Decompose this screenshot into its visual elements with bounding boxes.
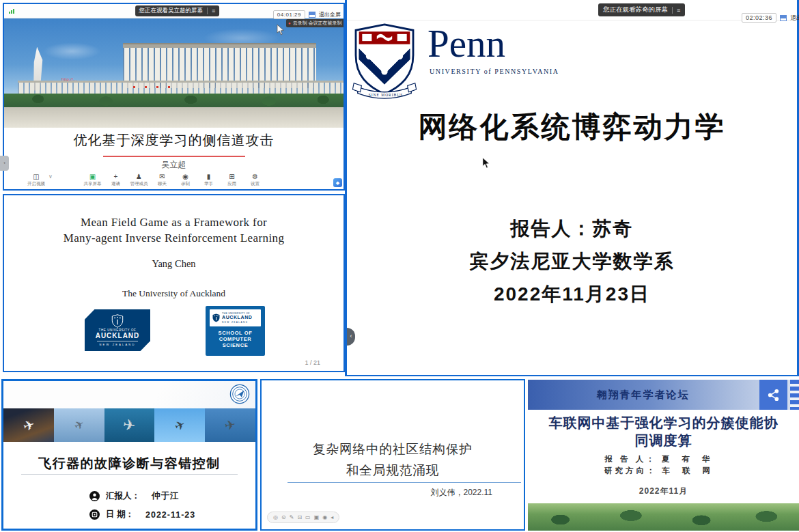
slide-title-line2: 和全局规范涌现 [262, 462, 524, 479]
chat-icon: ✉ [159, 173, 165, 180]
transport-photo: ✈ [205, 408, 255, 442]
expand-icon[interactable]: ⊡ [297, 515, 302, 520]
collapsed-sidebar-handle[interactable]: ‹ [0, 156, 9, 171]
meeting-timer: 02:02:36 [742, 13, 776, 23]
toolbar-members-button[interactable]: ♟ 管理成员 [128, 173, 151, 187]
watching-banner-text: 您正在观看苏奇的屏幕 [603, 5, 668, 14]
mouse-cursor-black [482, 157, 491, 169]
exit-fullscreen-icon[interactable] [309, 12, 316, 18]
banner-menu-icon[interactable]: ≡ [207, 8, 215, 14]
exit-fullscreen-button[interactable]: 退出全屏 [790, 14, 799, 23]
slide-title: 优化基于深度学习的侧信道攻击 [4, 131, 344, 150]
flag-row [133, 86, 170, 88]
auckland-crest-small-icon [212, 313, 220, 322]
title-underline [21, 474, 238, 475]
pen-icon[interactable]: ✎ [290, 515, 294, 520]
main-stage-suqi: 您正在观看苏奇的屏幕 ≡ 02:02:36 退出全屏 SINE MORIBUS … [345, 0, 799, 376]
toolbar-chat-button[interactable]: ✉ 聊天 [151, 173, 174, 187]
penn-wordmark: Penn [427, 23, 505, 64]
slide-window-network: 复杂网络中的社区结构保护 和全局规范涌现 刘义伟，2022.11 ◎ ⊙ ✎ ⊡… [260, 379, 525, 531]
slides-view-icon[interactable]: ▭ [305, 515, 311, 520]
share-screen-icon: ▣ [89, 173, 96, 180]
stage-panel-handle[interactable]: ‹ [347, 328, 355, 346]
forum-title: 翱翔青年学者论坛 [528, 380, 758, 410]
slide-affiliation: The University of Auckland [4, 288, 344, 299]
laser-pointer-icon[interactable]: ◎ [273, 515, 278, 520]
floating-app-icon[interactable]: ◆ [333, 178, 342, 187]
watching-banner: 您正在观看苏奇的屏幕 ≡ [598, 3, 685, 16]
presenter-row: 报 告 人： 夏有华 [528, 454, 799, 464]
banner-menu-icon[interactable]: ≡ [672, 7, 680, 14]
members-icon: ♟ [136, 173, 142, 180]
slide-byline: 刘义伟，2022.11 [431, 487, 493, 499]
stage-affiliation: 宾夕法尼亚大学数学系 [347, 249, 797, 275]
stage-presenter: 报告人：苏奇 [347, 216, 797, 242]
presenter-row: 汇报人： 仲于江 [89, 490, 180, 502]
record-icon: ◉ [182, 173, 188, 180]
settings-gear-icon: ⚙ [252, 173, 258, 180]
watching-banner: 您正在观看吴立超的屏幕 ≡ [135, 5, 220, 16]
meeting-grid: 您正在观看吴立超的屏幕 ≡ 04:01:29 退出全屏 http://… ● 云… [0, 0, 799, 532]
university-emblem-icon [229, 384, 250, 404]
pointer-options-icon[interactable]: ⊙ [281, 515, 286, 520]
meeting-timer: 04:01:29 [273, 10, 305, 19]
recording-notice-text: 云录制 会议正在被录制 [293, 20, 342, 27]
meeting-timer-row: 04:01:29 退出全屏 [273, 10, 341, 19]
penn-shield-logo [352, 23, 417, 100]
slide-window-aircraft: ✈ ✈ ✈ ✈ ✈ 飞行器的故障诊断与容错控制 汇报人： 仲于江 日 期： 20… [1, 379, 257, 531]
camera-icon: ◫ [33, 173, 39, 180]
toolbar-invite-button[interactable]: + 邀请 [104, 173, 128, 187]
toolbar-apps-button[interactable]: ⊞ 应用 [221, 173, 244, 187]
toolbar-share-screen-button[interactable]: ▣ 共享屏幕 [81, 173, 104, 187]
raise-hand-icon: ▮ [207, 173, 211, 180]
slide-top-strip [3, 381, 255, 408]
slide-author: Yang Chen [4, 258, 344, 270]
stage-slide-title: 网络化系统博弈动力学 [347, 108, 797, 146]
apps-icon: ⊞ [229, 173, 234, 180]
penn-motto: SINE MORIBUS [362, 93, 410, 97]
slide-title-line2: Many-agent Inverse Reinforcement Learnin… [4, 232, 344, 245]
mouse-cursor-white [277, 24, 285, 36]
video-dropdown-caret[interactable]: ∨ [48, 173, 53, 180]
recording-dot-icon: ● [288, 21, 291, 25]
slide-title-block: 优化基于深度学习的侧信道攻击 吴立超 2022/11/23 [4, 128, 344, 171]
airliner-photo: ✈ [3, 408, 54, 442]
collapse-chevron-icon[interactable]: ◂ [331, 515, 333, 520]
shared-screen-photo: http://… ● 云录制 会议正在被录制 [4, 18, 344, 128]
toolbar-record-button[interactable]: ◉ 录制 [174, 173, 197, 187]
plaza-ground [4, 107, 344, 128]
slide-page-number: 1 / 21 [305, 359, 320, 366]
date-row: 日 期： 2022-11-23 [89, 509, 195, 520]
title-rule [288, 482, 521, 483]
stage-date: 2022年11月23日 [347, 281, 797, 307]
school-of-computer-science-logo: THE UNIVERSITY OF AUCKLAND NEW ZEALAND S… [206, 306, 265, 356]
toolbar-video-button[interactable]: ◫ 开启视频 [25, 173, 48, 187]
signal-strength-icon [9, 9, 14, 14]
flying-wing-photo: ✈ [104, 408, 155, 442]
toolbar-settings-button[interactable]: ⚙ 设置 [244, 173, 267, 187]
slide-title: 飞行器的故障诊断与容错控制 [3, 455, 255, 473]
stage-timer-row: 02:02:36 退出全屏 [742, 13, 799, 23]
grid-view-icon[interactable]: ▣ [314, 515, 320, 520]
invite-icon: + [114, 173, 118, 180]
share-button[interactable] [759, 380, 787, 410]
person-icon [89, 491, 100, 501]
header-stripe-decoration [790, 380, 799, 410]
slide-author: 吴立超 [4, 159, 344, 171]
toolbar-raise-hand-button[interactable]: ▮ 举手 [197, 173, 221, 187]
presentation-control-bar: ◎ ⊙ ✎ ⊡ ▭ ▣ ◉ ◂ [267, 512, 339, 523]
penn-university-line: UNIVERSITY of PENNSYLVANIA [430, 68, 559, 75]
watching-banner-text: 您正在观看吴立超的屏幕 [139, 7, 204, 15]
recording-notice: ● 云录制 会议正在被录制 [286, 19, 344, 27]
campus-aerial-photo [528, 503, 799, 531]
fighter-photo: ✈ [54, 408, 104, 442]
slide-date: 2022年11月 [528, 486, 799, 497]
record-dot-icon[interactable]: ◉ [322, 515, 327, 520]
slide-title-line1: Mean Field Game as a Framework for [4, 216, 344, 229]
title-underline [103, 156, 245, 157]
forum-header-bar: 翱翔青年学者论坛 [528, 380, 799, 410]
exit-fullscreen-button[interactable]: 退出全屏 [319, 11, 341, 18]
slide-title: 车联网中基于强化学习的分簇使能协同调度算 [544, 414, 783, 449]
research-field-row: 研究方向： 车联网 [528, 466, 799, 476]
exit-fullscreen-icon[interactable] [780, 15, 787, 21]
